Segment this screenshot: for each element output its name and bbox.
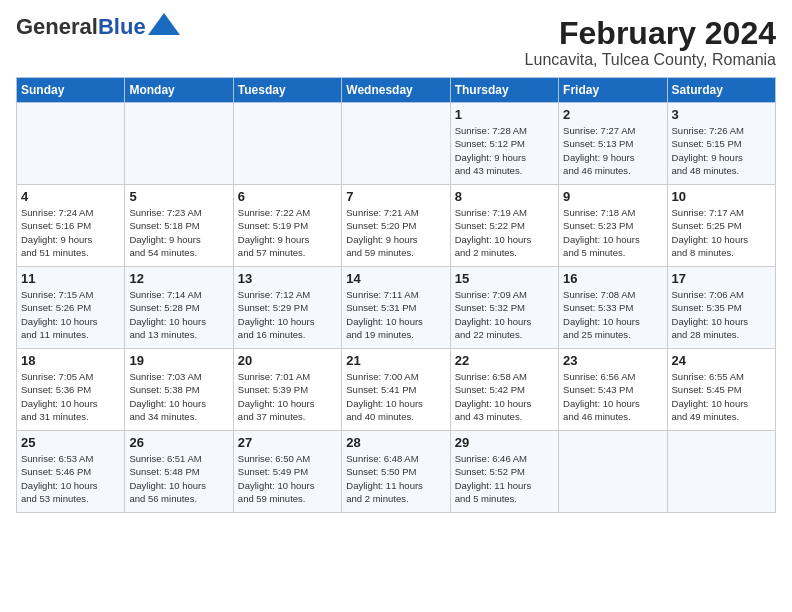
- calendar-cell: 4Sunrise: 7:24 AM Sunset: 5:16 PM Daylig…: [17, 185, 125, 267]
- day-info: Sunrise: 6:55 AM Sunset: 5:45 PM Dayligh…: [672, 370, 771, 423]
- calendar-cell: [233, 103, 341, 185]
- page-title: February 2024: [525, 16, 776, 51]
- calendar-cell: 1Sunrise: 7:28 AM Sunset: 5:12 PM Daylig…: [450, 103, 558, 185]
- day-info: Sunrise: 6:46 AM Sunset: 5:52 PM Dayligh…: [455, 452, 554, 505]
- day-number: 28: [346, 435, 445, 450]
- calendar-cell: 23Sunrise: 6:56 AM Sunset: 5:43 PM Dayli…: [559, 349, 667, 431]
- calendar-week-row: 1Sunrise: 7:28 AM Sunset: 5:12 PM Daylig…: [17, 103, 776, 185]
- calendar-cell: 25Sunrise: 6:53 AM Sunset: 5:46 PM Dayli…: [17, 431, 125, 513]
- day-number: 20: [238, 353, 337, 368]
- calendar-week-row: 11Sunrise: 7:15 AM Sunset: 5:26 PM Dayli…: [17, 267, 776, 349]
- logo-text: GeneralBlue: [16, 16, 146, 38]
- day-info: Sunrise: 7:19 AM Sunset: 5:22 PM Dayligh…: [455, 206, 554, 259]
- day-info: Sunrise: 7:00 AM Sunset: 5:41 PM Dayligh…: [346, 370, 445, 423]
- day-number: 11: [21, 271, 120, 286]
- calendar-week-row: 25Sunrise: 6:53 AM Sunset: 5:46 PM Dayli…: [17, 431, 776, 513]
- day-info: Sunrise: 7:18 AM Sunset: 5:23 PM Dayligh…: [563, 206, 662, 259]
- day-info: Sunrise: 7:12 AM Sunset: 5:29 PM Dayligh…: [238, 288, 337, 341]
- day-info: Sunrise: 7:03 AM Sunset: 5:38 PM Dayligh…: [129, 370, 228, 423]
- calendar-cell: 12Sunrise: 7:14 AM Sunset: 5:28 PM Dayli…: [125, 267, 233, 349]
- calendar-cell: [125, 103, 233, 185]
- calendar-cell: 26Sunrise: 6:51 AM Sunset: 5:48 PM Dayli…: [125, 431, 233, 513]
- day-info: Sunrise: 7:22 AM Sunset: 5:19 PM Dayligh…: [238, 206, 337, 259]
- logo: GeneralBlue: [16, 16, 180, 38]
- calendar-cell: 29Sunrise: 6:46 AM Sunset: 5:52 PM Dayli…: [450, 431, 558, 513]
- calendar-cell: 2Sunrise: 7:27 AM Sunset: 5:13 PM Daylig…: [559, 103, 667, 185]
- calendar-cell: 21Sunrise: 7:00 AM Sunset: 5:41 PM Dayli…: [342, 349, 450, 431]
- calendar-cell: 3Sunrise: 7:26 AM Sunset: 5:15 PM Daylig…: [667, 103, 775, 185]
- day-number: 17: [672, 271, 771, 286]
- calendar-header-saturday: Saturday: [667, 78, 775, 103]
- calendar-cell: 14Sunrise: 7:11 AM Sunset: 5:31 PM Dayli…: [342, 267, 450, 349]
- day-number: 1: [455, 107, 554, 122]
- day-info: Sunrise: 7:11 AM Sunset: 5:31 PM Dayligh…: [346, 288, 445, 341]
- day-number: 4: [21, 189, 120, 204]
- day-number: 29: [455, 435, 554, 450]
- day-number: 6: [238, 189, 337, 204]
- day-info: Sunrise: 6:51 AM Sunset: 5:48 PM Dayligh…: [129, 452, 228, 505]
- calendar-cell: 24Sunrise: 6:55 AM Sunset: 5:45 PM Dayli…: [667, 349, 775, 431]
- calendar-table: SundayMondayTuesdayWednesdayThursdayFrid…: [16, 77, 776, 513]
- day-number: 21: [346, 353, 445, 368]
- day-number: 23: [563, 353, 662, 368]
- calendar-week-row: 4Sunrise: 7:24 AM Sunset: 5:16 PM Daylig…: [17, 185, 776, 267]
- calendar-cell: 6Sunrise: 7:22 AM Sunset: 5:19 PM Daylig…: [233, 185, 341, 267]
- day-info: Sunrise: 7:23 AM Sunset: 5:18 PM Dayligh…: [129, 206, 228, 259]
- calendar-cell: 27Sunrise: 6:50 AM Sunset: 5:49 PM Dayli…: [233, 431, 341, 513]
- day-number: 19: [129, 353, 228, 368]
- calendar-cell: 28Sunrise: 6:48 AM Sunset: 5:50 PM Dayli…: [342, 431, 450, 513]
- day-info: Sunrise: 7:05 AM Sunset: 5:36 PM Dayligh…: [21, 370, 120, 423]
- page-subtitle: Luncavita, Tulcea County, Romania: [525, 51, 776, 69]
- calendar-header-friday: Friday: [559, 78, 667, 103]
- calendar-header-thursday: Thursday: [450, 78, 558, 103]
- calendar-cell: [342, 103, 450, 185]
- calendar-cell: 18Sunrise: 7:05 AM Sunset: 5:36 PM Dayli…: [17, 349, 125, 431]
- calendar-cell: 5Sunrise: 7:23 AM Sunset: 5:18 PM Daylig…: [125, 185, 233, 267]
- day-number: 14: [346, 271, 445, 286]
- day-number: 22: [455, 353, 554, 368]
- day-info: Sunrise: 7:21 AM Sunset: 5:20 PM Dayligh…: [346, 206, 445, 259]
- calendar-header-tuesday: Tuesday: [233, 78, 341, 103]
- day-info: Sunrise: 7:26 AM Sunset: 5:15 PM Dayligh…: [672, 124, 771, 177]
- day-number: 3: [672, 107, 771, 122]
- day-info: Sunrise: 7:14 AM Sunset: 5:28 PM Dayligh…: [129, 288, 228, 341]
- calendar-header-monday: Monday: [125, 78, 233, 103]
- calendar-header-sunday: Sunday: [17, 78, 125, 103]
- day-number: 15: [455, 271, 554, 286]
- day-number: 26: [129, 435, 228, 450]
- day-number: 8: [455, 189, 554, 204]
- calendar-cell: [559, 431, 667, 513]
- day-info: Sunrise: 7:24 AM Sunset: 5:16 PM Dayligh…: [21, 206, 120, 259]
- day-info: Sunrise: 7:06 AM Sunset: 5:35 PM Dayligh…: [672, 288, 771, 341]
- calendar-cell: [667, 431, 775, 513]
- calendar-cell: 16Sunrise: 7:08 AM Sunset: 5:33 PM Dayli…: [559, 267, 667, 349]
- calendar-cell: [17, 103, 125, 185]
- day-number: 24: [672, 353, 771, 368]
- day-number: 13: [238, 271, 337, 286]
- day-number: 27: [238, 435, 337, 450]
- day-info: Sunrise: 7:15 AM Sunset: 5:26 PM Dayligh…: [21, 288, 120, 341]
- day-info: Sunrise: 6:50 AM Sunset: 5:49 PM Dayligh…: [238, 452, 337, 505]
- day-info: Sunrise: 7:27 AM Sunset: 5:13 PM Dayligh…: [563, 124, 662, 177]
- calendar-cell: 13Sunrise: 7:12 AM Sunset: 5:29 PM Dayli…: [233, 267, 341, 349]
- calendar-cell: 22Sunrise: 6:58 AM Sunset: 5:42 PM Dayli…: [450, 349, 558, 431]
- day-info: Sunrise: 6:48 AM Sunset: 5:50 PM Dayligh…: [346, 452, 445, 505]
- day-info: Sunrise: 6:58 AM Sunset: 5:42 PM Dayligh…: [455, 370, 554, 423]
- day-info: Sunrise: 6:56 AM Sunset: 5:43 PM Dayligh…: [563, 370, 662, 423]
- calendar-cell: 20Sunrise: 7:01 AM Sunset: 5:39 PM Dayli…: [233, 349, 341, 431]
- day-info: Sunrise: 7:08 AM Sunset: 5:33 PM Dayligh…: [563, 288, 662, 341]
- day-number: 10: [672, 189, 771, 204]
- day-info: Sunrise: 6:53 AM Sunset: 5:46 PM Dayligh…: [21, 452, 120, 505]
- calendar-header-row: SundayMondayTuesdayWednesdayThursdayFrid…: [17, 78, 776, 103]
- calendar-cell: 17Sunrise: 7:06 AM Sunset: 5:35 PM Dayli…: [667, 267, 775, 349]
- day-info: Sunrise: 7:28 AM Sunset: 5:12 PM Dayligh…: [455, 124, 554, 177]
- day-number: 9: [563, 189, 662, 204]
- day-number: 7: [346, 189, 445, 204]
- calendar-header-wednesday: Wednesday: [342, 78, 450, 103]
- page-header: GeneralBlue February 2024 Luncavita, Tul…: [16, 16, 776, 69]
- day-number: 18: [21, 353, 120, 368]
- calendar-cell: 15Sunrise: 7:09 AM Sunset: 5:32 PM Dayli…: [450, 267, 558, 349]
- day-info: Sunrise: 7:09 AM Sunset: 5:32 PM Dayligh…: [455, 288, 554, 341]
- calendar-cell: 11Sunrise: 7:15 AM Sunset: 5:26 PM Dayli…: [17, 267, 125, 349]
- calendar-cell: 7Sunrise: 7:21 AM Sunset: 5:20 PM Daylig…: [342, 185, 450, 267]
